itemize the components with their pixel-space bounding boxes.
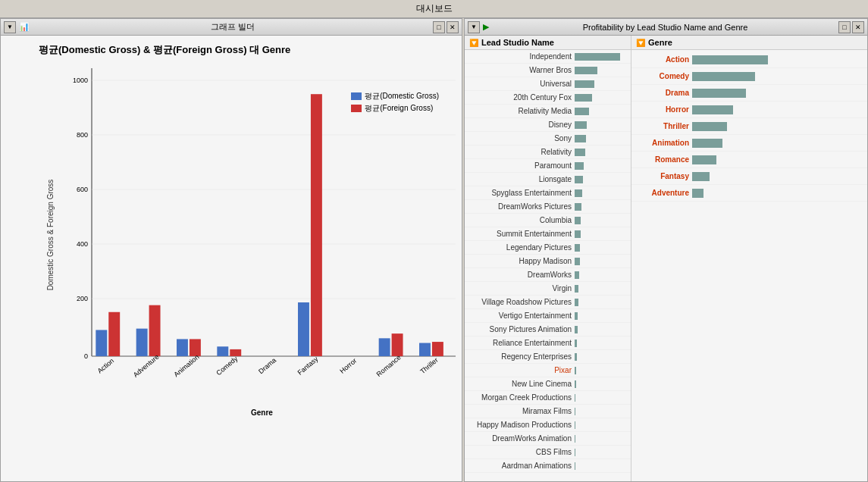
left-panel-dropdown[interactable]: ▼ xyxy=(4,21,16,33)
studio-row[interactable]: CBS Films xyxy=(465,446,631,459)
x-axis-label: Genre xyxy=(251,408,273,417)
studio-filter-icon: 🔽 xyxy=(469,39,478,47)
studio-bar xyxy=(575,271,579,279)
studio-label: Columbia xyxy=(465,216,575,224)
studio-bar xyxy=(575,462,575,470)
studio-row[interactable]: Sony xyxy=(465,132,631,146)
studio-label: Miramax Films xyxy=(465,407,575,415)
genre-row[interactable]: Drama xyxy=(631,85,867,102)
genre-bar xyxy=(692,105,733,114)
genre-row[interactable]: Fantasy xyxy=(631,168,867,185)
studio-bar xyxy=(575,67,597,74)
svg-rect-15 xyxy=(108,312,120,356)
right-panel-dropdown[interactable]: ▼ xyxy=(468,21,480,33)
genre-label: Drama xyxy=(631,89,692,97)
studio-row[interactable]: Aardman Animations xyxy=(465,459,631,473)
genre-bar-container xyxy=(692,121,867,132)
genre-row[interactable]: Comedy xyxy=(631,68,867,85)
studio-row[interactable]: DreamWorks xyxy=(465,268,631,282)
genre-row[interactable]: Action xyxy=(631,52,867,68)
studio-row[interactable]: Happy Madison xyxy=(465,255,631,268)
studio-bar-container xyxy=(575,93,631,102)
studio-label: Reliance Entertainment xyxy=(465,339,575,347)
studio-bar xyxy=(575,394,575,402)
svg-rect-23 xyxy=(217,346,228,356)
right-panel-icon: ▶ xyxy=(483,22,489,32)
studio-row[interactable]: Reliance Entertainment xyxy=(465,336,631,350)
studio-row[interactable]: Morgan Creek Productions xyxy=(465,391,631,405)
svg-text:Comedy: Comedy xyxy=(215,355,239,377)
studio-row[interactable]: Spyglass Entertainment xyxy=(465,186,631,200)
studio-row[interactable]: Disney xyxy=(465,118,631,132)
genre-list[interactable]: ActionComedyDramaHorrorThrillerAnimation… xyxy=(631,50,867,481)
studio-bar-container xyxy=(575,243,631,252)
genre-row[interactable]: Thriller xyxy=(631,118,867,135)
left-panel-minimize[interactable]: □ xyxy=(433,21,445,33)
studio-list[interactable]: IndependentWarner BrosUniversal20th Cent… xyxy=(465,50,631,481)
studio-row[interactable]: New Line Cinema xyxy=(465,377,631,391)
svg-rect-35 xyxy=(379,338,390,356)
genre-bar xyxy=(692,72,755,81)
genre-bar-container xyxy=(692,71,867,82)
studio-bar-container xyxy=(575,66,631,75)
studio-row[interactable]: DreamWorks Animation xyxy=(465,432,631,446)
svg-text:Horror: Horror xyxy=(338,357,358,375)
studio-bar xyxy=(575,244,580,252)
studio-row[interactable]: Sony Pictures Animation xyxy=(465,323,631,336)
studio-row[interactable]: Legendary Pictures xyxy=(465,241,631,255)
studio-row[interactable]: DreamWorks Pictures xyxy=(465,200,631,214)
studio-row[interactable]: Regency Enterprises xyxy=(465,350,631,364)
studio-bar xyxy=(575,367,576,374)
y-axis-label: Domestic Gross & Foreign Gross xyxy=(46,180,55,291)
studio-row[interactable]: Warner Bros xyxy=(465,64,631,77)
svg-text:Thriller: Thriller xyxy=(418,356,440,375)
studio-label: Happy Madison Productions xyxy=(465,421,575,429)
studio-bar xyxy=(575,121,587,129)
genre-row[interactable]: Adventure xyxy=(631,185,867,202)
studio-row[interactable]: Independent xyxy=(465,50,631,64)
genre-filter-icon: 🔽 xyxy=(636,39,645,47)
studio-label: DreamWorks xyxy=(465,271,575,279)
left-panel-close[interactable]: ✕ xyxy=(447,21,459,33)
studio-row[interactable]: Lionsgate xyxy=(465,173,631,186)
studio-row[interactable]: Relativity Media xyxy=(465,105,631,118)
studio-bar xyxy=(575,108,589,115)
studio-row[interactable]: Relativity xyxy=(465,146,631,159)
left-panel-title: 그래프 빌더 xyxy=(33,21,433,33)
studio-bar xyxy=(575,449,575,456)
studio-bar xyxy=(575,203,581,211)
studio-row[interactable]: Columbia xyxy=(465,214,631,227)
right-panel-close[interactable]: ✕ xyxy=(852,21,864,33)
studio-row[interactable]: Pixar xyxy=(465,364,631,377)
studio-row[interactable]: Universal xyxy=(465,77,631,91)
genre-row[interactable]: Romance xyxy=(631,152,867,168)
studio-bar xyxy=(575,230,581,238)
studio-label: Legendary Pictures xyxy=(465,243,575,252)
studio-bar-container xyxy=(575,52,631,61)
studio-row[interactable]: Paramount xyxy=(465,159,631,173)
studio-row[interactable]: 20th Century Fox xyxy=(465,91,631,105)
right-panel: ▼ ▶ Profitability by Lead Studio Name an… xyxy=(464,18,868,482)
genre-label: Action xyxy=(631,55,692,64)
svg-text:Action: Action xyxy=(96,357,116,375)
studio-row[interactable]: Vertigo Entertainment xyxy=(465,309,631,323)
studio-label: Universal xyxy=(465,80,575,88)
genre-bar-container xyxy=(692,188,867,199)
dashboard-titlebar: 대시보드 xyxy=(0,0,868,18)
dashboard-title: 대시보드 xyxy=(416,3,453,14)
genre-row[interactable]: Horror xyxy=(631,102,867,118)
studio-bar-container xyxy=(575,393,631,402)
studio-row[interactable]: Summit Entertainment xyxy=(465,227,631,241)
studio-row[interactable]: Miramax Films xyxy=(465,405,631,418)
studio-row[interactable]: Virgin xyxy=(465,282,631,296)
studio-label: CBS Films xyxy=(465,448,575,456)
studio-row[interactable]: Happy Madison Productions xyxy=(465,418,631,432)
right-content: 🔽 Lead Studio Name IndependentWarner Bro… xyxy=(465,36,867,481)
genre-bar xyxy=(692,139,722,148)
studio-bar-container xyxy=(575,189,631,198)
right-panel-minimize[interactable]: □ xyxy=(838,21,851,33)
studio-bar-container xyxy=(575,434,631,443)
studio-label: Disney xyxy=(465,121,575,129)
genre-row[interactable]: Animation xyxy=(631,135,867,152)
studio-row[interactable]: Village Roadshow Pictures xyxy=(465,296,631,309)
